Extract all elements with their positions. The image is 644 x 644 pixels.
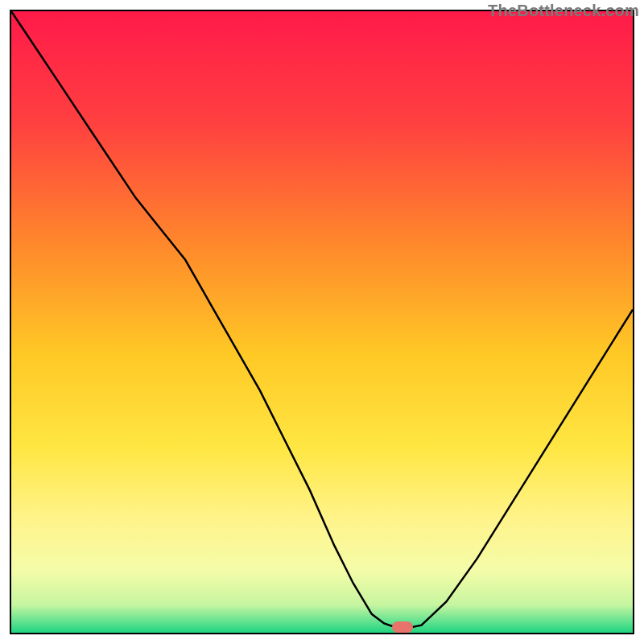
- watermark-label: TheBottleneck.com: [488, 2, 639, 20]
- chart-container: TheBottleneck.com: [0, 0, 644, 644]
- bottleneck-curve: [11, 11, 633, 628]
- curve-layer: [11, 11, 633, 633]
- plot-area: [10, 10, 634, 634]
- optimal-point-marker: [392, 621, 413, 633]
